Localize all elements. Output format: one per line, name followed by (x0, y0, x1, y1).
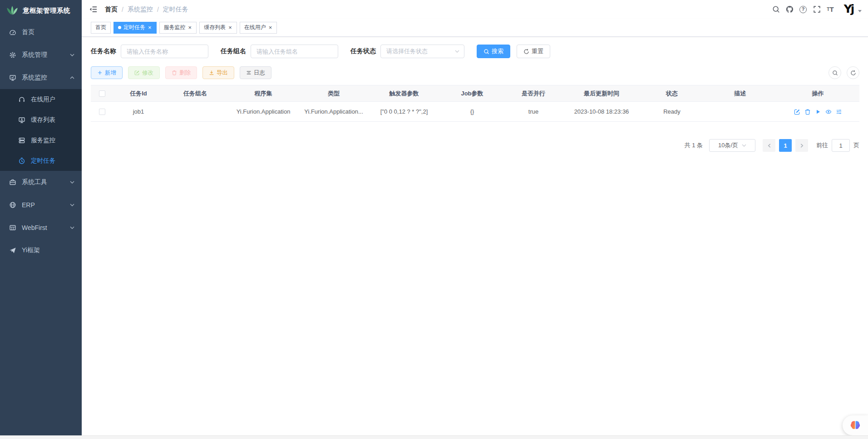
cell-task-id: job1 (113, 102, 163, 122)
export-button[interactable]: 导出 (202, 66, 234, 79)
dashboard-icon (9, 29, 16, 36)
tab-scheduled-tasks[interactable]: 定时任务 × (113, 22, 157, 34)
play-icon[interactable] (815, 109, 821, 115)
active-dot (118, 26, 121, 29)
sidebar-item-system-tools[interactable]: 系统工具 (0, 171, 82, 194)
chevron-down-icon (70, 54, 74, 56)
task-group-input[interactable] (251, 45, 338, 58)
headset-icon (18, 96, 25, 103)
task-status-label: 任务状态 (350, 47, 376, 55)
next-page-button[interactable] (795, 139, 808, 152)
table-header-row: 任务Id 任务组名 程序集 类型 触发器参数 Job参数 是否并行 最后更新时间… (91, 85, 859, 102)
submenu-system-monitor: 在线用户 缓存列表 服务监控 定时任务 (0, 89, 82, 171)
sidebar-item-webfirst[interactable]: WebFirst (0, 216, 82, 239)
breadcrumb: 首页 / 系统监控 / 定时任务 (105, 5, 188, 14)
table-row[interactable]: job1 Yi.Furion.Application Yi.Furion.App… (91, 102, 859, 122)
sidebar-item-home[interactable]: 首页 (0, 21, 82, 44)
chevron-down-icon (70, 226, 74, 229)
show-search-button[interactable] (829, 66, 841, 79)
view-icon[interactable] (825, 109, 832, 115)
app-title: 意框架管理系统 (23, 6, 70, 15)
font-size-icon[interactable]: TT (824, 3, 837, 16)
add-button[interactable]: 新增 (91, 66, 123, 79)
fullscreen-icon[interactable] (810, 3, 824, 16)
toolbox-icon (9, 179, 16, 186)
current-page[interactable]: 1 (779, 139, 792, 152)
timer-icon (18, 157, 25, 165)
chevron-down-icon (455, 50, 459, 53)
toolbar: 新增 修改 删除 导出 日志 (91, 66, 859, 79)
paper-plane-icon (9, 247, 16, 254)
cell-status: Ready (640, 102, 704, 122)
cell-type: Yi.Furion.Application... (300, 102, 368, 122)
leaf-logo-icon (5, 5, 19, 16)
top-navbar: 首页 / 系统监控 / 定时任务 ? TT Yj (82, 0, 868, 19)
reset-button[interactable]: 重置 (517, 45, 550, 58)
task-name-input[interactable] (121, 45, 208, 58)
sidebar-item-online-users[interactable]: 在线用户 (0, 89, 82, 110)
monitor-icon (9, 74, 16, 81)
cell-last-update: 2023-10-08 18:23:36 (563, 102, 640, 122)
horizontal-scrollbar[interactable] (0, 435, 868, 439)
assistant-float-button[interactable] (843, 415, 868, 435)
page-unit: 页 (853, 141, 859, 150)
avatar[interactable]: Yj (841, 2, 856, 17)
delete-button[interactable]: 删除 (165, 66, 197, 79)
select-all-checkbox[interactable] (99, 90, 105, 97)
sidebar-item-system-monitor[interactable]: 系统监控 (0, 66, 82, 89)
github-icon[interactable] (783, 3, 796, 16)
caret-down-icon[interactable] (858, 10, 862, 12)
filter-form: 任务名称 任务组名 任务状态 请选择任务状态 搜索 重置 (91, 44, 859, 59)
sidebar-item-scheduled-tasks[interactable]: 定时任务 (0, 150, 82, 171)
close-icon[interactable]: × (268, 25, 273, 30)
pagination: 共 1 条 10条/页 1 前往 页 (91, 139, 859, 152)
sidebar-item-system-management[interactable]: 系统管理 (0, 44, 82, 66)
close-icon[interactable]: × (228, 25, 232, 30)
sidebar-item-yi-framework[interactable]: Yi框架 (0, 239, 82, 262)
refresh-button[interactable] (847, 66, 859, 79)
search-button[interactable]: 搜索 (477, 45, 510, 58)
chevron-down-icon (70, 204, 74, 206)
breadcrumb-home[interactable]: 首页 (105, 5, 118, 14)
tasks-table: 任务Id 任务组名 程序集 类型 触发器参数 Job参数 是否并行 最后更新时间… (91, 85, 859, 122)
trash-icon[interactable] (804, 109, 811, 115)
task-group-label: 任务组名 (221, 47, 246, 55)
chevron-down-icon (742, 144, 746, 147)
row-checkbox[interactable] (99, 109, 105, 115)
goto-page-input[interactable] (832, 139, 850, 152)
close-icon[interactable]: × (148, 25, 152, 30)
app-logo[interactable]: 意框架管理系统 (0, 0, 82, 21)
chevron-down-icon (70, 181, 74, 184)
search-icon[interactable] (769, 3, 783, 16)
sidebar-item-cache-list[interactable]: 缓存列表 (0, 110, 82, 130)
cell-job-args: {} (440, 102, 504, 122)
task-name-label: 任务名称 (91, 47, 116, 55)
row-operations (776, 109, 859, 115)
log-icon[interactable] (836, 109, 842, 115)
tab-home[interactable]: 首页 (91, 22, 111, 34)
log-button[interactable]: 日志 (240, 66, 271, 79)
tab-service-monitor[interactable]: 服务监控 × (159, 22, 197, 34)
close-icon[interactable]: × (188, 25, 192, 30)
menu-fold-icon[interactable] (89, 5, 98, 14)
grid-icon (9, 224, 16, 231)
breadcrumb-section: 系统监控 (128, 5, 153, 14)
cell-description (704, 102, 776, 122)
edit-button[interactable]: 修改 (128, 66, 160, 79)
cell-concurrent: true (504, 102, 563, 122)
page-size-select[interactable]: 10条/页 (709, 139, 755, 152)
help-icon[interactable]: ? (796, 3, 810, 16)
goto-label: 前往 (816, 141, 828, 150)
total-count: 共 1 条 (685, 141, 703, 150)
server-icon (18, 137, 25, 144)
tab-online-users[interactable]: 在线用户 × (240, 22, 277, 34)
sidebar-item-erp[interactable]: ERP (0, 194, 82, 216)
prev-page-button[interactable] (763, 139, 775, 152)
brain-icon (849, 420, 861, 431)
tags-bar: 首页 定时任务 × 服务监控 × 缓存列表 × 在线用户 × (82, 19, 868, 37)
tab-cache-list[interactable]: 缓存列表 × (199, 22, 237, 34)
sidebar-item-service-monitor[interactable]: 服务监控 (0, 130, 82, 150)
task-status-select[interactable]: 请选择任务状态 (380, 45, 464, 58)
edit-icon[interactable] (794, 109, 800, 115)
chevron-up-icon (70, 76, 74, 79)
